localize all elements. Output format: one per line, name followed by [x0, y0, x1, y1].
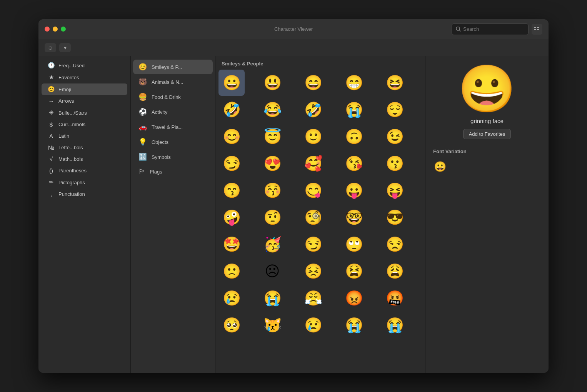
sidebar-item-bullets-stars[interactable]: ✳ Bulle.../Stars — [42, 107, 127, 118]
dropdown-button[interactable]: ▾ — [59, 43, 71, 52]
sidebar-item-parentheses[interactable]: () Parentheses — [42, 165, 127, 176]
emoji-cell[interactable]: 🤬 — [382, 285, 408, 311]
emoji-cell[interactable]: 🤪 — [218, 204, 245, 230]
emoji-cell[interactable]: 🙂 — [300, 123, 326, 150]
minimize-button[interactable] — [53, 27, 58, 32]
sidebar-item-latin[interactable]: A Latin — [42, 130, 127, 142]
category-item-smileys-people[interactable]: 😊 Smileys & P... — [133, 60, 213, 74]
sidebar-icon-pictographs: ✏ — [48, 179, 55, 186]
emoji-cell[interactable]: 😙 — [218, 177, 245, 204]
emoji-cell[interactable]: ☹ — [259, 258, 285, 284]
emoji-cell[interactable]: 🤨 — [259, 204, 285, 230]
emoji-cell[interactable]: 🙄 — [341, 231, 367, 257]
emoji-cell[interactable]: 🥰 — [300, 150, 326, 177]
emoji-cell[interactable]: 😏 — [300, 231, 326, 257]
emoji-cell[interactable]: 😛 — [341, 177, 367, 204]
sidebar-label-currency-symbols: Curr...mbols — [58, 122, 85, 127]
emoji-cell[interactable]: 😋 — [300, 177, 326, 204]
emoji-cell[interactable]: 😚 — [259, 177, 285, 204]
sidebar-item-pictographs[interactable]: ✏ Pictographs — [42, 177, 127, 188]
emoji-cell[interactable]: 😍 — [259, 150, 285, 177]
titlebar-right — [452, 23, 542, 35]
sidebar-label-bullets-stars: Bulle.../Stars — [58, 110, 87, 116]
emoji-cell[interactable]: 🧐 — [300, 204, 326, 230]
emoji-cell[interactable]: 🤣 — [218, 97, 245, 123]
emoji-grid: 😀😃😄😁😆🤣😂🤣😭😌😊😇🙂🙃😉😏😍🥰😘😗😙😚😋😛😝🤪🤨🧐🤓😎🤩🥳😏🙄😒🙁☹😣😫😩… — [215, 70, 425, 338]
category-item-symbols[interactable]: 🔣 Symbols — [133, 150, 213, 164]
font-variation-cell[interactable]: 😀 — [432, 158, 449, 175]
category-label-objects: Objects — [152, 139, 168, 145]
category-label-food-drink: Food & Drink — [152, 94, 181, 100]
maximize-button[interactable] — [61, 27, 66, 32]
emoji-cell[interactable]: 😇 — [259, 123, 285, 150]
sidebar-item-favorites[interactable]: ★ Favorites — [42, 72, 127, 83]
sidebar-icon-latin: A — [48, 133, 55, 139]
emoji-cell[interactable]: 😗 — [382, 150, 408, 177]
emoji-picker-button[interactable]: ☺ — [45, 43, 56, 52]
emoji-cell[interactable]: 😒 — [382, 231, 408, 257]
emoji-cell[interactable]: 😏 — [218, 150, 245, 177]
emoji-cell[interactable]: 😢 — [218, 285, 245, 311]
emoji-cell[interactable]: 😭 — [341, 312, 367, 338]
emoji-cell[interactable]: 😆 — [382, 70, 408, 96]
category-item-travel-places[interactable]: 🚗 Travel & Pla... — [133, 120, 213, 134]
emoji-cell[interactable]: 😫 — [341, 258, 367, 284]
emoji-cell[interactable]: 🤣 — [300, 97, 326, 123]
emoji-cell[interactable]: 😿 — [259, 312, 285, 338]
emoji-cell[interactable]: 😂 — [259, 97, 285, 123]
sidebar-item-currency-symbols[interactable]: $ Curr...mbols — [42, 119, 127, 130]
category-item-animals-nature[interactable]: 🐻 Animals & N... — [133, 75, 213, 89]
view-toggle-button[interactable] — [532, 24, 542, 35]
sidebar-item-math-symbols[interactable]: √ Math...bols — [42, 153, 127, 165]
category-label-flags: Flags — [150, 169, 162, 175]
emoji-cell[interactable]: 😉 — [382, 123, 408, 150]
emoji-cell[interactable]: 🙁 — [218, 258, 245, 284]
category-label-symbols: Symbols — [152, 154, 171, 160]
close-button[interactable] — [45, 27, 50, 32]
add-to-favorites-button[interactable]: Add to Favorites — [463, 129, 511, 139]
sidebar-item-letterlike-symbols[interactable]: № Lette...bols — [42, 142, 127, 153]
emoji-cell[interactable]: 🙃 — [341, 123, 367, 150]
category-item-objects[interactable]: 💡 Objects — [133, 135, 213, 149]
emoji-cell[interactable]: 😎 — [382, 204, 408, 230]
emoji-cell[interactable]: 😄 — [300, 70, 326, 96]
emoji-cell[interactable]: 😭 — [259, 285, 285, 311]
emoji-cell[interactable]: 😩 — [382, 258, 408, 284]
emoji-cell[interactable]: 😝 — [382, 177, 408, 204]
emoji-cell[interactable]: 😀 — [218, 70, 245, 96]
sidebar-item-emoji[interactable]: 😊 Emoji — [42, 83, 127, 95]
category-item-flags[interactable]: 🏳 Flags — [133, 165, 213, 179]
chevron-down-icon: ▾ — [64, 45, 67, 51]
search-icon — [456, 27, 461, 32]
category-item-food-drink[interactable]: 🍔 Food & Drink — [133, 90, 213, 104]
detail-emoji-name: grinning face — [470, 118, 504, 124]
emoji-cell[interactable]: 😃 — [259, 70, 285, 96]
sidebar-icon-arrows: → — [48, 98, 55, 104]
sidebar-icon-freq-used: 🕐 — [48, 62, 55, 69]
emoji-cell[interactable]: 🤓 — [341, 204, 367, 230]
emoji-cell[interactable]: 😤 — [300, 285, 326, 311]
category-icon-flags: 🏳 — [138, 168, 145, 176]
sidebar-item-arrows[interactable]: → Arrows — [42, 95, 127, 107]
emoji-cell[interactable]: 😭 — [341, 97, 367, 123]
emoji-cell[interactable]: 🤩 — [218, 231, 245, 257]
font-variation-grid: 😀 — [432, 158, 449, 175]
sidebar-item-freq-used[interactable]: 🕐 Freq...Used — [42, 60, 127, 71]
emoji-cell[interactable]: 🥺 — [218, 312, 245, 338]
emoji-cell[interactable]: 😁 — [341, 70, 367, 96]
sidebar-item-punctuation[interactable]: , Punctuation — [42, 188, 127, 200]
emoji-cell[interactable]: 😣 — [300, 258, 326, 284]
search-input[interactable] — [463, 26, 524, 32]
emoji-cell[interactable]: 😡 — [341, 285, 367, 311]
sidebar-icon-favorites: ★ — [48, 74, 55, 81]
emoji-cell[interactable]: 🥳 — [259, 231, 285, 257]
search-bar[interactable] — [452, 23, 529, 35]
category-item-activity[interactable]: ⚽ Activity — [133, 105, 213, 119]
emoji-cell[interactable]: 😊 — [218, 123, 245, 150]
emoji-cell[interactable]: 😢 — [300, 312, 326, 338]
emoji-cell[interactable]: 😘 — [341, 150, 367, 177]
emoji-cell[interactable]: 😭 — [382, 312, 408, 338]
character-viewer-window: Character Viewer ☺ — [38, 19, 549, 373]
svg-rect-5 — [537, 29, 539, 30]
emoji-cell[interactable]: 😌 — [382, 97, 408, 123]
